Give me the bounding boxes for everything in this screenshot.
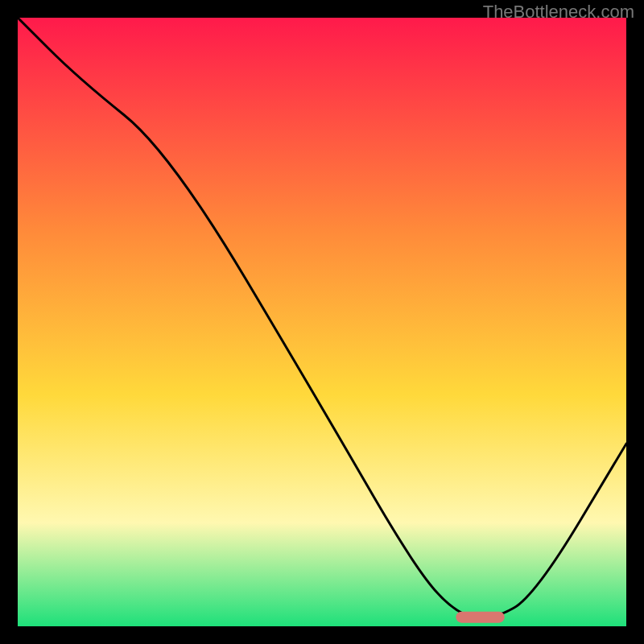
chart-background (18, 18, 626, 626)
chart-frame (18, 18, 626, 626)
highlight-marker (456, 612, 504, 623)
bottleneck-chart (18, 18, 626, 626)
watermark-text: TheBottleneck.com (483, 2, 634, 23)
